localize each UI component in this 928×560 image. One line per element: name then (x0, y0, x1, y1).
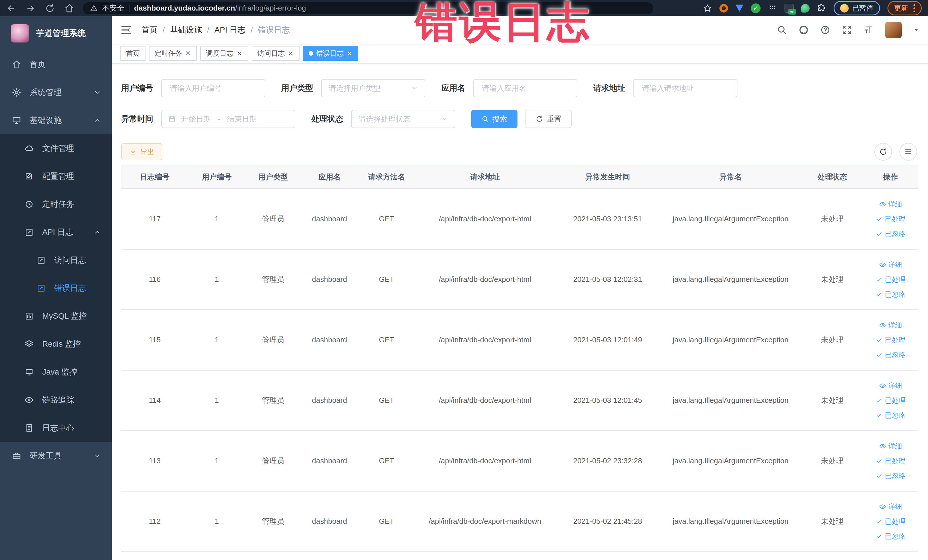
ignored-action-link[interactable]: 已忽略 (876, 532, 905, 541)
reload-icon[interactable] (45, 3, 55, 13)
ignored-action-link[interactable]: 已忽略 (876, 411, 905, 420)
ext-location-icon[interactable] (736, 5, 743, 12)
breadcrumb-item[interactable]: 错误日志 (258, 24, 290, 35)
chrome-update-button[interactable]: 更新 (887, 1, 922, 15)
security-label[interactable]: 不安全 (102, 3, 124, 13)
export-button[interactable]: 导出 (121, 143, 162, 160)
sidebar-item-6[interactable]: API 日志 (0, 218, 112, 246)
breadcrumb-item[interactable]: 基础设施 (170, 24, 202, 35)
ignored-action-link[interactable]: 已忽略 (876, 229, 905, 238)
user-id-input[interactable] (161, 79, 265, 97)
export-button-label: 导出 (140, 147, 154, 157)
processed-action-link[interactable]: 已处理 (876, 275, 905, 284)
close-tab-icon[interactable] (185, 50, 191, 56)
sidebar-item-12[interactable]: 链路追踪 (0, 386, 112, 414)
cell-method: GET (358, 491, 415, 551)
breadcrumb-item[interactable]: 首页 (142, 24, 157, 35)
close-tab-icon[interactable] (236, 50, 243, 56)
tab-3[interactable]: 访问日志 (252, 46, 299, 61)
sidebar-item-3[interactable]: 文件管理 (0, 134, 112, 162)
cell-method: GET (358, 431, 415, 491)
active-tab-dot (309, 51, 313, 56)
sidebar-item-10[interactable]: Redis 监控 (0, 330, 112, 358)
reset-button[interactable]: 重置 (525, 110, 572, 128)
date-range-picker[interactable]: 开始日期 - 结束日期 (161, 110, 295, 128)
processed-action-link[interactable]: 已处理 (876, 336, 905, 345)
sidebar-item-1[interactable]: 系统管理 (0, 78, 112, 107)
check-icon (876, 533, 883, 540)
home-nav-icon[interactable] (64, 3, 74, 13)
ignored-action-link[interactable]: 已忽略 (876, 290, 905, 299)
address-bar[interactable]: 不安全 dashboard.yudao.iocoder.cn/infra/log… (83, 2, 653, 14)
chevron-down-icon[interactable] (913, 27, 919, 33)
url-text[interactable]: dashboard.yudao.iocoder.cn/infra/log/api… (134, 4, 306, 12)
sidebar-item-11[interactable]: Java 监控 (0, 358, 112, 386)
detail-action-link[interactable]: 详细 (879, 502, 902, 511)
sidebar-toggle-icon[interactable] (121, 24, 132, 36)
request-url-input[interactable] (633, 79, 737, 97)
cell-user-id: 1 (188, 491, 245, 551)
breadcrumb-item[interactable]: API 日志 (215, 24, 246, 35)
bookmark-star-icon[interactable] (703, 4, 712, 13)
update-label: 更新 (894, 3, 908, 13)
detail-action-link[interactable]: 详细 (879, 260, 902, 269)
ext-orange-icon[interactable] (719, 4, 728, 12)
process-status-select[interactable]: 请选择处理状态 (351, 110, 455, 128)
fullscreen-icon[interactable] (842, 25, 852, 35)
detail-action-link[interactable]: 详细 (879, 200, 902, 209)
sidebar-item-5[interactable]: 定时任务 (0, 190, 112, 218)
font-size-icon[interactable] (864, 25, 874, 35)
processed-action-link[interactable]: 已处理 (876, 396, 905, 405)
detail-action-link[interactable]: 详细 (879, 320, 902, 330)
close-tab-icon[interactable] (288, 50, 294, 56)
back-icon[interactable] (6, 3, 16, 13)
github-icon[interactable] (798, 25, 809, 35)
sidebar-item-13[interactable]: 日志中心 (0, 414, 112, 442)
help-icon[interactable] (820, 25, 830, 35)
ignored-action-link[interactable]: 已忽略 (876, 350, 905, 359)
search-icon[interactable] (777, 25, 787, 35)
app-logo-row[interactable]: 芋道管理系统 (0, 16, 112, 50)
processed-action-link[interactable]: 已处理 (876, 456, 905, 465)
sidebar-item-14[interactable]: 研发工具 (0, 442, 112, 470)
tab-0[interactable]: 首页 (121, 46, 145, 61)
sidebar-item-4[interactable]: 配置管理 (0, 162, 112, 190)
tab-4[interactable]: 错误日志 (303, 46, 358, 61)
forward-icon[interactable] (26, 3, 35, 13)
sidebar-item-label: Redis 监控 (42, 339, 81, 349)
sidebar-item-2[interactable]: 基础设施 (0, 107, 112, 134)
cell-user-type: 管理员 (245, 189, 301, 249)
detail-action-link[interactable]: 详细 (879, 442, 902, 451)
ext-on-icon[interactable] (785, 4, 794, 13)
app-name-input[interactable] (473, 79, 577, 97)
ext-grid-icon[interactable] (768, 4, 777, 13)
user-avatar[interactable] (885, 22, 902, 38)
exception-time-label: 异常时间 (121, 113, 153, 124)
log-icon (24, 227, 34, 237)
ext-leaf-icon[interactable] (801, 4, 810, 12)
sidebar-item-8[interactable]: 错误日志 (0, 274, 112, 302)
action-label: 已处理 (885, 275, 905, 284)
security-warning-icon[interactable] (90, 5, 98, 12)
ignored-action-link[interactable]: 已忽略 (876, 471, 905, 481)
cell-url: /api/infra/db-doc/export-html (415, 310, 555, 370)
column-settings-button[interactable] (899, 143, 917, 160)
tab-2[interactable]: 调度日志 (200, 46, 248, 61)
close-tab-icon[interactable] (346, 50, 353, 56)
processed-action-link[interactable]: 已处理 (876, 215, 905, 224)
sidebar-item-7[interactable]: 访问日志 (0, 246, 112, 274)
refresh-table-button[interactable] (875, 143, 892, 160)
paused-extension-button[interactable]: 已暂停 (833, 1, 880, 15)
tools-icon (12, 451, 21, 461)
sidebar-item-label: 配置管理 (42, 171, 74, 182)
browser-menu-icon[interactable] (913, 4, 915, 12)
ext-check-icon[interactable] (751, 3, 760, 13)
search-button[interactable]: 搜索 (471, 110, 517, 128)
processed-action-link[interactable]: 已处理 (876, 517, 905, 526)
sidebar-item-9[interactable]: MySQL 监控 (0, 302, 112, 330)
user-type-select[interactable]: 请选择用户类型 (321, 79, 425, 97)
puzzle-icon[interactable] (817, 4, 826, 13)
sidebar-item-0[interactable]: 首页 (0, 50, 112, 78)
detail-action-link[interactable]: 详细 (879, 381, 902, 390)
tab-1[interactable]: 定时任务 (149, 46, 197, 61)
